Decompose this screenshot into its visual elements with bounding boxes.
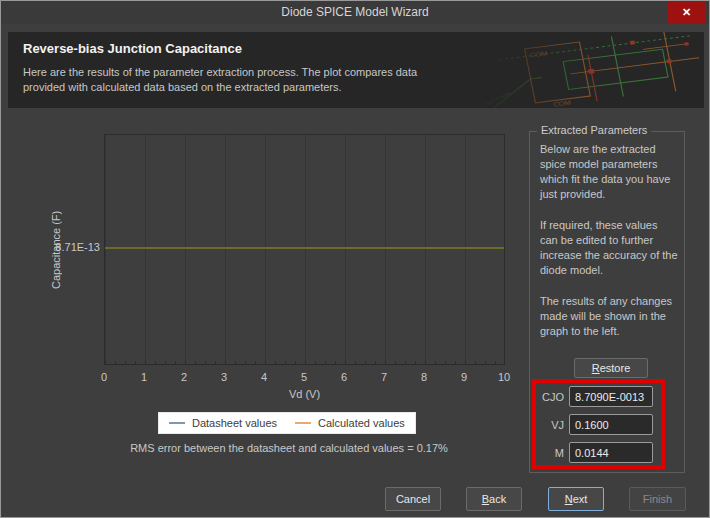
x-tick-6: 6 bbox=[341, 371, 347, 383]
vj-label: VJ bbox=[529, 419, 564, 431]
close-icon: ✕ bbox=[682, 6, 691, 18]
next-button-label: Next bbox=[549, 493, 603, 505]
x-tick-0: 0 bbox=[101, 371, 107, 383]
page-description: Here are the results of the parameter ex… bbox=[23, 65, 417, 95]
x-tick-5: 5 bbox=[301, 371, 307, 383]
header-panel: COM COM Main Power Reverse-bias Junction… bbox=[8, 32, 704, 108]
legend-item-datasheet: Datasheet values bbox=[169, 417, 277, 429]
series-line-overlap bbox=[105, 247, 504, 249]
legend-label-calculated: Calculated values bbox=[318, 417, 405, 429]
x-tick-2: 2 bbox=[181, 371, 187, 383]
legend-label-datasheet: Datasheet values bbox=[192, 417, 277, 429]
x-axis-minor-ticks bbox=[105, 361, 504, 364]
chart-legend: Datasheet values Calculated values bbox=[158, 412, 416, 434]
datasheet-line-swatch-icon bbox=[169, 422, 185, 424]
m-input[interactable] bbox=[569, 442, 653, 463]
cjo-input[interactable] bbox=[569, 386, 653, 407]
page-description-line1: Here are the results of the parameter ex… bbox=[23, 65, 417, 80]
cancel-button-label: Cancel bbox=[396, 493, 430, 505]
calculated-line-swatch-icon bbox=[295, 422, 311, 424]
page-description-line2: provided with calculated data based on t… bbox=[23, 80, 417, 95]
cancel-button[interactable]: Cancel bbox=[385, 487, 441, 511]
x-tick-3: 3 bbox=[221, 371, 227, 383]
x-tick-9: 9 bbox=[461, 371, 467, 383]
restore-button-label: Restore bbox=[575, 362, 647, 374]
titlebar: Diode SPICE Model Wizard bbox=[1, 1, 709, 24]
x-tick-10: 10 bbox=[498, 371, 510, 383]
params-paragraph-1: Below are the extracted spice model para… bbox=[540, 142, 678, 202]
y-tick-label: 8.71E-13 bbox=[41, 241, 100, 253]
back-button[interactable]: Back bbox=[466, 487, 522, 511]
next-button[interactable]: Next bbox=[548, 487, 604, 511]
params-paragraph-3: The results of any changes made will be … bbox=[540, 294, 678, 339]
cjo-field-row: CJO bbox=[529, 386, 653, 407]
x-tick-1: 1 bbox=[141, 371, 147, 383]
window-title: Diode SPICE Model Wizard bbox=[1, 1, 709, 24]
page-title: Reverse-bias Junction Capacitance bbox=[23, 41, 242, 56]
x-tick-7: 7 bbox=[381, 371, 387, 383]
params-paragraph-2: If required, these values can be edited … bbox=[540, 218, 678, 278]
x-tick-8: 8 bbox=[421, 371, 427, 383]
back-button-label: Back bbox=[467, 493, 521, 505]
rms-error-text: RMS error between the datasheet and calc… bbox=[1, 442, 577, 454]
x-axis-ticks: 0 1 2 3 4 5 6 7 8 9 10 bbox=[104, 371, 505, 384]
restore-button[interactable]: Restore bbox=[574, 358, 648, 378]
schematic-preview-image: COM COM Main Power bbox=[474, 32, 704, 108]
x-tick-4: 4 bbox=[261, 371, 267, 383]
x-axis-title: Vd (V) bbox=[104, 388, 505, 400]
vj-input[interactable] bbox=[569, 414, 653, 435]
legend-item-calculated: Calculated values bbox=[295, 417, 405, 429]
finish-button-label: Finish bbox=[643, 493, 672, 505]
group-title: Extracted Parameters bbox=[537, 124, 651, 136]
finish-button[interactable]: Finish bbox=[629, 487, 686, 511]
vj-field-row: VJ bbox=[529, 414, 653, 435]
cjo-label: CJO bbox=[529, 391, 564, 403]
plot-area bbox=[104, 134, 505, 365]
dialog-window: Diode SPICE Model Wizard ✕ bbox=[0, 0, 710, 518]
close-button[interactable]: ✕ bbox=[667, 2, 706, 23]
m-field-row: M bbox=[529, 442, 653, 463]
m-label: M bbox=[529, 447, 564, 459]
